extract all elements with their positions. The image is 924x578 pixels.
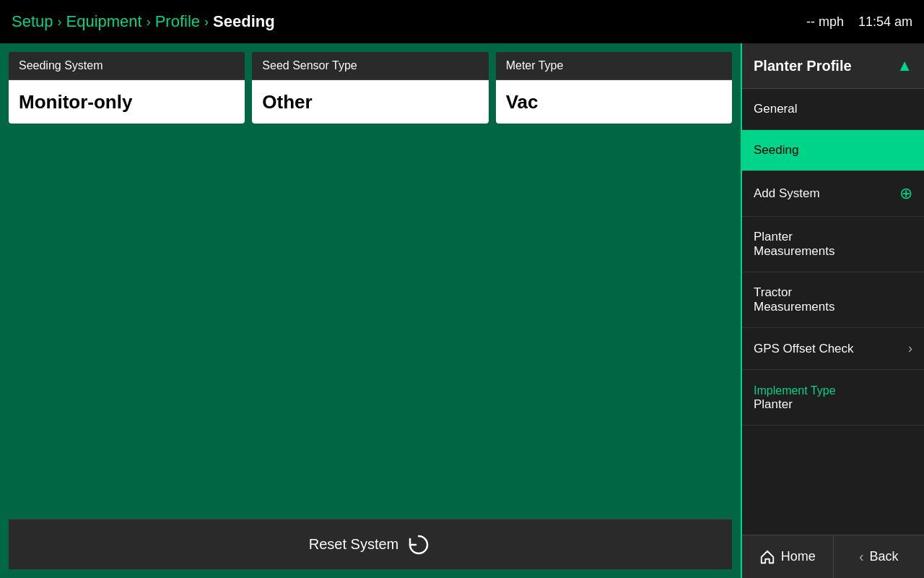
- breadcrumb-profile[interactable]: Profile: [155, 12, 200, 31]
- sidebar-planter-measurements-label: PlanterMeasurements: [754, 230, 834, 259]
- sidebar-item-add-system[interactable]: Add System ⊕: [742, 171, 924, 217]
- implement-type-value: Planter: [754, 397, 793, 412]
- main-area: Seeding System Monitor-only Seed Sensor …: [0, 43, 924, 578]
- sidebar-header-label: Planter Profile: [754, 58, 852, 74]
- sidebar-collapse-icon[interactable]: ▲: [897, 56, 912, 75]
- seed-sensor-value: Other: [252, 80, 488, 124]
- back-chevron-icon: ‹: [859, 548, 864, 565]
- left-content: Seeding System Monitor-only Seed Sensor …: [0, 43, 741, 578]
- breadcrumb-sep-1: ›: [58, 14, 62, 30]
- bottom-bar: Reset System: [9, 519, 732, 569]
- meter-type-card[interactable]: Meter Type Vac: [496, 52, 732, 124]
- meter-type-header: Meter Type: [496, 52, 732, 80]
- sidebar-seeding-label: Seeding: [754, 143, 798, 158]
- breadcrumb-current: Seeding: [213, 12, 275, 31]
- chevron-right-icon: ›: [908, 341, 912, 356]
- reset-system-label: Reset System: [309, 536, 398, 553]
- time-display: 11:54 am: [858, 14, 912, 30]
- seed-sensor-header: Seed Sensor Type: [252, 52, 488, 80]
- home-button[interactable]: Home: [742, 535, 834, 578]
- back-label: Back: [870, 549, 899, 564]
- cards-row: Seeding System Monitor-only Seed Sensor …: [9, 52, 732, 124]
- meter-type-value: Vac: [496, 80, 732, 124]
- breadcrumb-equipment[interactable]: Equipment: [66, 12, 142, 31]
- sidebar-item-tractor-measurements[interactable]: TractorMeasurements: [742, 272, 924, 328]
- implement-type-label: Implement Type: [754, 384, 836, 397]
- speed-display: -- mph: [806, 14, 844, 30]
- sidebar-tractor-measurements-label: TractorMeasurements: [754, 285, 834, 314]
- breadcrumb-setup[interactable]: Setup: [12, 12, 53, 31]
- plus-circle-icon: ⊕: [899, 184, 912, 203]
- breadcrumb: Setup › Equipment › Profile › Seeding: [12, 12, 275, 31]
- sidebar-general-label: General: [754, 102, 797, 116]
- seeding-system-header: Seeding System: [9, 52, 245, 80]
- sidebar-item-gps-offset[interactable]: GPS Offset Check ›: [742, 328, 924, 370]
- sidebar-footer: Home ‹ Back: [742, 535, 924, 578]
- reset-system-button[interactable]: Reset System: [309, 532, 432, 558]
- home-label: Home: [781, 549, 816, 564]
- seeding-system-card[interactable]: Seeding System Monitor-only: [9, 52, 245, 124]
- sidebar-header: Planter Profile ▲: [742, 43, 924, 89]
- sidebar-item-planter-measurements[interactable]: PlanterMeasurements: [742, 217, 924, 272]
- breadcrumb-sep-2: ›: [147, 14, 151, 30]
- sidebar-add-system-label: Add System: [754, 186, 820, 201]
- breadcrumb-sep-3: ›: [204, 14, 209, 30]
- seed-sensor-card[interactable]: Seed Sensor Type Other: [252, 52, 488, 124]
- top-bar-right: -- mph 11:54 am: [806, 14, 912, 30]
- back-button[interactable]: ‹ Back: [834, 535, 925, 578]
- reset-icon: [406, 532, 432, 558]
- home-icon: [759, 549, 775, 565]
- sidebar-item-general[interactable]: General: [742, 89, 924, 130]
- content-spacer: [9, 132, 732, 519]
- sidebar-item-implement-type: Implement Type Planter: [742, 370, 924, 426]
- seeding-system-value: Monitor-only: [9, 80, 245, 124]
- sidebar-gps-offset-label: GPS Offset Check: [754, 342, 854, 356]
- sidebar: Planter Profile ▲ General Seeding Add Sy…: [741, 43, 924, 578]
- top-bar: Setup › Equipment › Profile › Seeding --…: [0, 0, 924, 43]
- sidebar-item-seeding[interactable]: Seeding: [742, 130, 924, 171]
